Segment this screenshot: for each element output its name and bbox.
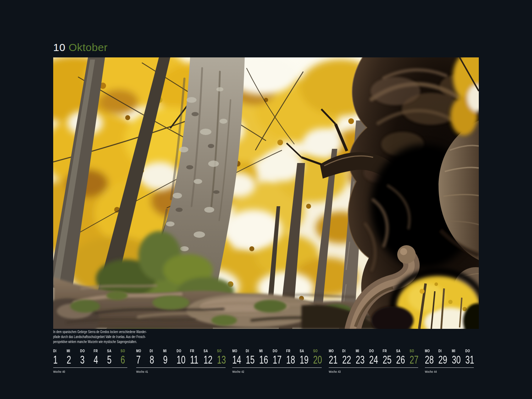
calendar-day: DI29 <box>438 349 452 366</box>
day-number: 26 <box>396 354 406 366</box>
day-number: 10 <box>177 354 186 366</box>
calendar-day: MI9 <box>163 349 177 366</box>
calendar-day: MO7 <box>136 349 150 366</box>
month-name: Oktober <box>68 41 107 53</box>
calendar-day-sunday: SO20 <box>313 349 327 366</box>
calendar-day: MI30 <box>452 349 465 366</box>
day-number: 8 <box>150 354 159 366</box>
photo-caption: In dem spanischen Gebirge Sierra de Gred… <box>53 329 147 344</box>
calendar-day: SA19 <box>300 349 313 366</box>
week-number-label: Woche 41 <box>136 370 207 373</box>
day-number: 19 <box>300 354 309 366</box>
calendar-day: DI1 <box>53 349 67 366</box>
calendar-day: SA12 <box>204 349 217 366</box>
day-number: 30 <box>452 354 461 366</box>
day-number: 13 <box>217 354 227 366</box>
calendar-day: DO24 <box>369 349 383 366</box>
day-number: 15 <box>246 354 255 366</box>
day-number: 1 <box>53 354 63 366</box>
day-number: 11 <box>190 354 200 366</box>
calendar-day: DI15 <box>246 349 259 366</box>
day-number: 12 <box>204 354 213 366</box>
calendar-day: DO10 <box>177 349 190 366</box>
caption-line: In dem spanischen Gebirge Sierra de Gred… <box>53 329 147 334</box>
caption-line: pfade durch das Landschaftsschutzgebiet … <box>53 334 147 339</box>
calendar-day-sunday: SO6 <box>121 349 134 366</box>
calendar-photo <box>53 57 479 329</box>
week-group-43: MO21 DI22 MI23 DO24 FR25 SA26 SO27 Woche… <box>329 349 423 373</box>
week-number-label: Woche 42 <box>232 370 303 373</box>
calendar-day: MI23 <box>356 349 369 366</box>
calendar-day: DI8 <box>150 349 163 366</box>
week-group-40: DI1 MI2 DO3 FR4 SA5 SO6 Woche 40 <box>53 349 134 373</box>
calendar-day: DO3 <box>80 349 94 366</box>
day-number: 29 <box>438 354 448 366</box>
calendar-day: MO14 <box>232 349 246 366</box>
week-rule <box>329 367 418 368</box>
week-days: MO21 DI22 MI23 DO24 FR25 SA26 SO27 <box>329 349 423 366</box>
caption-line: perspektive wirken manche Wurzeln wie my… <box>53 339 147 344</box>
week-number-label: Woche 44 <box>425 370 465 373</box>
day-number: 27 <box>410 354 419 366</box>
day-number: 7 <box>136 354 146 366</box>
autumn-forest-illustration <box>53 57 479 329</box>
day-number: 4 <box>94 354 103 366</box>
week-rule <box>232 367 322 368</box>
week-days: MO7 DI8 MI9 DO10 FR11 SA12 SO13 <box>136 349 231 366</box>
day-number: 3 <box>80 354 90 366</box>
week-days: MO28 DI29 MI30 DO31 <box>425 349 479 366</box>
day-number: 5 <box>107 354 117 366</box>
week-days: MO14 DI15 MI16 DO17 FR18 SA19 SO20 <box>232 349 327 366</box>
calendar-day: FR11 <box>190 349 204 366</box>
day-number: 17 <box>273 354 282 366</box>
calendar-day: DO31 <box>465 349 479 366</box>
day-number: 31 <box>465 354 475 366</box>
week-rule <box>425 367 474 368</box>
day-number: 21 <box>329 354 338 366</box>
calendar-day: MO21 <box>329 349 342 366</box>
week-rule <box>136 367 226 368</box>
calendar-strip: DI1 MI2 DO3 FR4 SA5 SO6 Woche 40 MO7 DI8… <box>53 349 479 373</box>
calendar-day: FR4 <box>94 349 107 366</box>
calendar-day: SA5 <box>107 349 121 366</box>
day-number: 22 <box>342 354 352 366</box>
calendar-day: MO28 <box>425 349 438 366</box>
day-number: 28 <box>425 354 434 366</box>
page-title: 10Oktober <box>53 41 108 54</box>
week-group-42: MO14 DI15 MI16 DO17 FR18 SA19 SO20 Woche… <box>232 349 327 373</box>
day-number: 16 <box>259 354 269 366</box>
month-number: 10 <box>53 41 65 53</box>
calendar-day: MI16 <box>259 349 273 366</box>
week-days: DI1 MI2 DO3 FR4 SA5 SO6 <box>53 349 134 366</box>
week-group-41: MO7 DI8 MI9 DO10 FR11 SA12 SO13 Woche 41 <box>136 349 231 373</box>
calendar-day: DO17 <box>273 349 286 366</box>
calendar-page: 10Oktober <box>0 0 532 399</box>
day-number: 2 <box>67 354 76 366</box>
week-group-44: MO28 DI29 MI30 DO31 Woche 44 <box>425 349 479 373</box>
calendar-day: DI22 <box>342 349 356 366</box>
calendar-day: MI2 <box>67 349 80 366</box>
day-number: 20 <box>313 354 323 366</box>
day-number: 25 <box>383 354 392 366</box>
week-number-label: Woche 43 <box>329 370 400 373</box>
day-number: 9 <box>163 354 173 366</box>
day-number: 14 <box>232 354 242 366</box>
day-number: 23 <box>356 354 365 366</box>
week-rule <box>53 367 127 368</box>
day-number: 24 <box>369 354 379 366</box>
week-number-label: Woche 40 <box>53 370 114 373</box>
calendar-day-sunday: SO13 <box>217 349 231 366</box>
calendar-day: FR25 <box>383 349 396 366</box>
calendar-day-sunday: SO27 <box>410 349 423 366</box>
calendar-day: SA26 <box>396 349 410 366</box>
day-number: 18 <box>286 354 296 366</box>
calendar-day: FR18 <box>286 349 300 366</box>
day-number: 6 <box>121 354 130 366</box>
